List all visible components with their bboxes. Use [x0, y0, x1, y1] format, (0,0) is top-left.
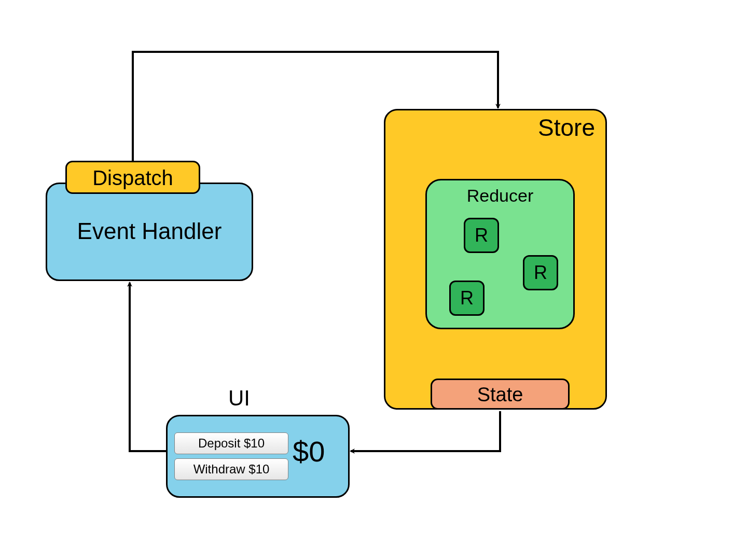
redux-data-flow-diagram: Store Reducer R R R State Event Handler …: [0, 0, 747, 560]
reducer-r-1: R: [464, 218, 499, 253]
arrow-state-to-ui: [351, 411, 500, 451]
ui-title: UI: [228, 386, 250, 411]
reducer-title: Reducer: [427, 186, 573, 206]
reducer-r-2: R: [523, 255, 558, 290]
dispatch-box: Dispatch: [65, 161, 200, 194]
balance-display: $0: [293, 435, 325, 468]
store-title: Store: [538, 114, 595, 142]
state-box: State: [431, 379, 570, 410]
withdraw-button[interactable]: Withdraw $10: [174, 458, 288, 480]
reducer-box: Reducer: [425, 179, 575, 329]
event-handler-box: Event Handler: [46, 183, 253, 281]
event-handler-title: Event Handler: [47, 218, 252, 244]
reducer-r-3: R: [449, 281, 485, 316]
arrow-ui-to-eventhandler: [130, 283, 166, 451]
deposit-button[interactable]: Deposit $10: [174, 432, 288, 454]
